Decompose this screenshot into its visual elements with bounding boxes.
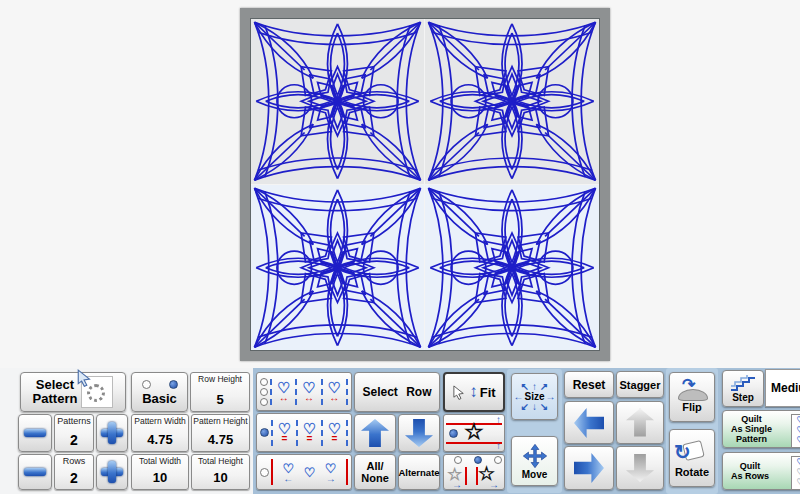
right-arrow-icon: → [326, 475, 336, 483]
hearts-grid-rows-icon: ♡♡♡ ♡♡♡ ♡♡♡ [791, 456, 800, 490]
nudge-up-button[interactable] [616, 401, 664, 444]
mode-radio-off[interactable] [142, 380, 151, 389]
select-pattern-label: Select Pattern [33, 378, 78, 406]
heart-icon: ♡ [304, 466, 316, 479]
up-arrow-icon: ↑ [496, 416, 501, 424]
rows-label: Rows [63, 457, 86, 466]
step-stairs-icon [729, 374, 757, 392]
alternate-label: Alternate [398, 467, 439, 478]
patterns-decrease-button[interactable] [18, 414, 52, 452]
quilt-pattern-block [425, 19, 599, 184]
reset-button[interactable]: Reset [564, 371, 614, 398]
quilt-as-single-pattern-button[interactable]: Quilt As Single Pattern ♡♡♡ ♡♡♡ ♡♡♡ [722, 410, 800, 448]
plus-icon [101, 461, 123, 483]
select-pattern-button[interactable]: Select Pattern [20, 372, 126, 412]
move-button[interactable]: Move [511, 436, 558, 486]
row-down-button[interactable] [398, 414, 440, 452]
total-width-label: Total Width [139, 457, 181, 466]
radio-icon[interactable] [260, 378, 268, 386]
radio-icon[interactable] [260, 398, 268, 406]
star-icon: ☆ [464, 421, 484, 443]
spacing-option-equal-button[interactable]: ♡= ♡= ♡= [256, 413, 352, 452]
flip-button[interactable]: ↷ Flip [669, 372, 715, 422]
patterns-increase-button[interactable] [96, 414, 128, 452]
minus-icon [24, 429, 46, 437]
left-arrow-icon [574, 408, 604, 438]
alternate-button[interactable]: Alternate [398, 454, 440, 490]
dashed-line-icon [295, 379, 297, 405]
rotate-button[interactable]: ↻ Rotate [669, 429, 715, 487]
radio-selected-icon[interactable] [260, 428, 269, 437]
red-line-icon [476, 467, 478, 485]
pattern-height-value: 4.75 [208, 433, 233, 449]
quilt-preview-canvas[interactable] [250, 18, 600, 351]
quilt-as-rows-button[interactable]: Quilt As Rows ♡♡♡ ♡♡♡ ♡♡♡ [722, 452, 800, 490]
quilt-preview-frame [240, 8, 610, 361]
row-up-button[interactable] [354, 414, 396, 452]
quilt-single-label: Quilt As Single Pattern [731, 414, 772, 444]
quilt-block-1[interactable] [251, 19, 425, 185]
rotate-icon: ↻ [677, 438, 707, 466]
quilt-block-4[interactable] [425, 185, 599, 351]
hearts-grid-icon: ♡♡♡ ♡♡♡ ♡♡♡ [791, 414, 800, 448]
spacing-option-width-button[interactable]: ♡↔ ♡↔ ♡↔ [256, 372, 352, 411]
basic-mode-button[interactable]: Basic [131, 372, 188, 412]
radio-selected-icon[interactable] [449, 429, 458, 438]
fit-button[interactable]: ↕ Fit [443, 372, 505, 412]
down-arrow-icon [405, 419, 433, 447]
total-height-value: 10 [213, 471, 227, 487]
move-label: Move [522, 469, 548, 480]
nudge-down-button[interactable] [616, 446, 664, 490]
up-arrow-icon [361, 419, 389, 447]
quilt-pattern-block [251, 185, 424, 351]
nudge-right-button[interactable] [564, 446, 614, 490]
radio-icon[interactable] [260, 468, 269, 477]
size-arrows-icon: ↖ ↑ ↗ [521, 382, 548, 392]
pattern-height-label: Pattern Height [193, 417, 247, 426]
hand-cursor-icon [76, 369, 94, 387]
stagger-button[interactable]: Stagger [616, 371, 664, 398]
left-arrow-icon: ← [283, 475, 293, 483]
app-window: Select Pattern Patterns 2 Rows [0, 0, 800, 494]
step-label: Step [732, 392, 754, 403]
dashed-line-icon [346, 420, 348, 446]
quilt-pattern-block [251, 19, 424, 184]
size-button[interactable]: ↖ ↑ ↗ ←Size→ ↙ ↓ ↘ [511, 373, 558, 420]
select-row-label: Select Row [362, 385, 431, 399]
stagger-label: Stagger [620, 379, 661, 391]
rows-increase-button[interactable] [96, 454, 128, 490]
size-arrows-icon: ↙ ↓ ↘ [521, 402, 548, 412]
speed-selector[interactable]: Medium [765, 369, 800, 407]
h-spacing-arrow-icon: ↔ [329, 394, 339, 402]
pattern-height-field: Pattern Height 4.75 [191, 414, 250, 452]
nudge-left-button[interactable] [564, 401, 614, 444]
right-arrow-icon: → [452, 481, 462, 489]
step-button[interactable]: Step [722, 370, 764, 407]
plus-icon [101, 422, 123, 444]
radio-icon[interactable] [454, 456, 462, 464]
fit-height-option-button[interactable]: ☆ ↑ ↑ [443, 414, 505, 452]
all-none-button[interactable]: All/ None [354, 454, 396, 490]
right-arrow-icon [574, 453, 604, 483]
basic-label: Basic [142, 391, 177, 406]
pattern-align-option-button[interactable]: ☆ → ☆ → [443, 454, 505, 490]
rows-value: 2 [70, 471, 78, 487]
quilt-block-2[interactable] [425, 19, 599, 185]
rows-decrease-button[interactable] [18, 454, 52, 490]
pattern-width-field: Pattern Width 4.75 [131, 414, 189, 452]
move-cross-icon [522, 443, 548, 469]
reset-label: Reset [573, 378, 606, 392]
spacing-radios [260, 378, 268, 406]
quilt-block-3[interactable] [251, 185, 425, 351]
speed-value: Medium [771, 381, 800, 395]
spacing-option-edges-button[interactable]: ♡← ♡ ♡→ [256, 454, 352, 490]
radio-icon[interactable] [494, 456, 502, 464]
red-line-icon [346, 459, 348, 485]
mode-radio-on[interactable] [169, 380, 178, 389]
select-row-button[interactable]: Select Row [354, 372, 440, 412]
total-height-label: Total Height [198, 457, 243, 466]
dashed-line-icon [296, 420, 298, 446]
radio-icon[interactable] [260, 388, 268, 396]
dashed-line-icon [321, 420, 323, 446]
flip-icon: ↷ [677, 381, 707, 401]
